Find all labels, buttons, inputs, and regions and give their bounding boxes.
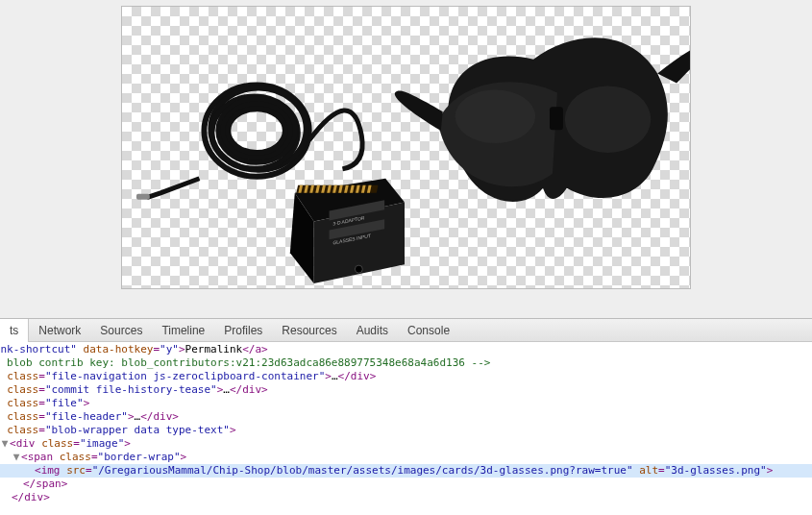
tab-timeline[interactable]: Timeline (152, 319, 214, 342)
src-link[interactable]: /GregariousMammal/Chip-Shop/blob/master/… (98, 464, 627, 477)
tab-network[interactable]: Network (29, 319, 90, 342)
disclosure-triangle-icon[interactable]: ▼ (0, 437, 10, 451)
dom-node[interactable]: ▼<div class="image"> (0, 437, 812, 451)
dom-node[interactable]: ▼<span class="border-wrap"> (0, 451, 812, 464)
svg-rect-6 (136, 194, 150, 200)
svg-point-5 (228, 109, 285, 153)
dom-node[interactable]: malink-shortcut" data-hotkey="y">Permali… (0, 343, 812, 356)
dom-node[interactable]: <div class="file"> (0, 397, 812, 410)
elements-tree[interactable]: malink-shortcut" data-hotkey="y">Permali… (0, 342, 812, 515)
dom-node[interactable]: </div> (0, 491, 812, 504)
image-preview-frame[interactable]: 3-D ADAPTOR GLASSES INPUT (121, 6, 691, 289)
dom-node[interactable]: <div class="file-header">…</div> (0, 410, 812, 424)
page-viewport: 3-D ADAPTOR GLASSES INPUT (0, 0, 812, 318)
dom-node-selected[interactable]: <img src="/GregariousMammal/Chip-Shop/bl… (0, 464, 812, 478)
tab-sources[interactable]: Sources (90, 319, 152, 342)
dom-node[interactable]: </span> (0, 478, 812, 491)
devtools-panel: ts Network Sources Timeline Profiles Res… (0, 318, 812, 515)
svg-point-29 (455, 89, 535, 143)
tab-console[interactable]: Console (398, 319, 459, 342)
svg-rect-31 (550, 107, 563, 130)
tab-profiles[interactable]: Profiles (214, 319, 272, 342)
svg-rect-10 (296, 185, 378, 193)
tab-resources[interactable]: Resources (272, 319, 346, 342)
tab-elements[interactable]: ts (0, 319, 29, 342)
svg-point-28 (355, 265, 362, 273)
tab-audits[interactable]: Audits (347, 319, 398, 342)
dom-comment[interactable]: <!-- blob contrib key: blob_contributors… (0, 356, 812, 370)
product-image: 3-D ADAPTOR GLASSES INPUT (122, 7, 690, 288)
dom-node[interactable]: <div class="file-navigation js-zeroclipb… (0, 370, 812, 383)
devtools-tab-bar: ts Network Sources Timeline Profiles Res… (0, 319, 812, 342)
dom-node[interactable]: <div class="commit file-history-tease">…… (0, 383, 812, 397)
svg-point-4 (223, 104, 290, 158)
dom-node[interactable]: <div class="blob-wrapper data type-text"… (0, 424, 812, 437)
disclosure-triangle-icon[interactable]: ▼ (12, 451, 21, 464)
svg-point-30 (565, 86, 651, 153)
